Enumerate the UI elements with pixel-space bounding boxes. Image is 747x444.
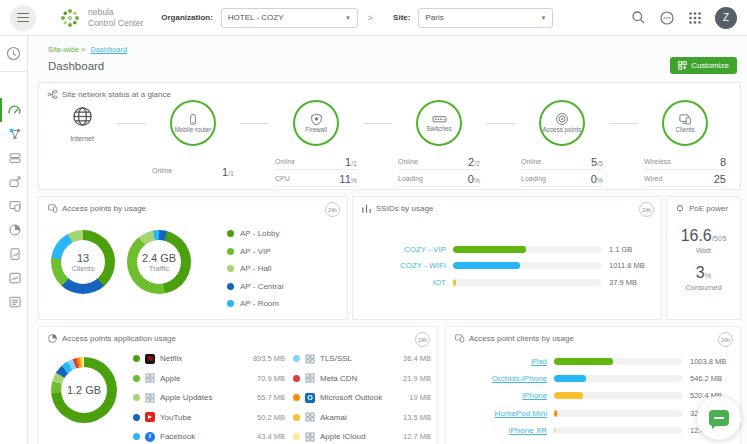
time-range-badge[interactable]: 24h xyxy=(718,332,733,347)
hamburger-menu-button[interactable] xyxy=(10,5,36,31)
internet-label: Internet xyxy=(70,135,94,142)
firewall-node[interactable]: Firewall xyxy=(293,100,339,146)
legend-dot xyxy=(227,265,234,272)
apps-grid-icon[interactable] xyxy=(688,11,702,25)
legend-dot xyxy=(293,375,300,382)
app-usage-legend-col-2: TLS/SSL 36.4 MB Meta CDN 21.9 MB O Micro… xyxy=(293,349,431,444)
page-title: Dashboard xyxy=(48,60,104,72)
bar-track xyxy=(453,246,601,253)
connector-line xyxy=(486,123,515,124)
breadcrumb-current-link[interactable]: Dashboard xyxy=(90,45,127,54)
ap-clients-by-usage-panel: Access point clients by usage 24h iPad 1… xyxy=(445,326,741,444)
client-link[interactable]: iPhone xyxy=(454,391,554,400)
app-row: O Microsoft Outlook 19 MB xyxy=(293,388,431,408)
customize-grid-icon xyxy=(678,61,687,70)
ssid-link[interactable]: COZY - VIP xyxy=(361,245,453,254)
ap-usage-title: Access points by usage xyxy=(47,203,146,214)
poe-power-panel: PoE power 16.6/505 Watt 3% Consumed xyxy=(666,196,741,320)
sidebar-item-usage[interactable] xyxy=(0,218,27,242)
main-content: Site-wide > Dashboard Dashboard Customiz… xyxy=(28,36,747,444)
poe-body: 16.6/505 Watt 3% Consumed xyxy=(667,227,740,292)
bar-fill xyxy=(554,427,555,434)
devices-icon xyxy=(8,151,22,165)
ssid-link[interactable]: COZY - WIFI xyxy=(361,261,453,270)
sidebar-item-devices[interactable] xyxy=(0,146,27,170)
bar-track xyxy=(554,410,682,417)
time-range-badge[interactable]: 24h xyxy=(325,202,340,217)
client-link[interactable]: Orchids-iPhone xyxy=(454,374,554,383)
app-row: f Facebook 43.4 MB xyxy=(133,427,285,444)
switches-node[interactable]: Switches xyxy=(416,100,462,146)
help-feedback-icon[interactable] xyxy=(659,10,675,26)
chat-bubble-icon xyxy=(709,410,729,426)
router-stats: Online 1/1 xyxy=(150,153,236,187)
bar-track xyxy=(554,375,682,382)
poe-unit-label: Watt xyxy=(667,246,740,255)
client-link[interactable]: iPad xyxy=(454,357,554,366)
pie-chart-icon xyxy=(47,333,58,344)
generic-app-icon xyxy=(145,373,155,383)
clients-node[interactable]: Clients xyxy=(662,100,708,146)
pie-chart-icon xyxy=(8,223,22,237)
sidebar-item-logs[interactable] xyxy=(0,290,27,314)
poe-title: PoE power xyxy=(675,203,728,213)
customize-button[interactable]: Customize xyxy=(670,57,737,74)
ap-clients-donut-chart: 13Clients xyxy=(51,230,115,294)
search-icon[interactable] xyxy=(631,10,646,25)
clients-stats: Wireless 8 Wired 25 xyxy=(642,153,728,187)
time-range-badge[interactable]: 24h xyxy=(415,332,430,347)
chevron-down-icon: ▼ xyxy=(337,15,351,21)
sidebar-item-analytics[interactable] xyxy=(0,266,27,290)
user-avatar[interactable]: Z xyxy=(715,7,737,29)
poe-consumed-label: Consumed xyxy=(667,283,740,292)
site-dropdown[interactable]: Paris▼ xyxy=(418,8,553,28)
generic-app-icon xyxy=(305,432,315,442)
list-icon xyxy=(8,295,22,309)
legend-dot xyxy=(133,355,140,362)
outlook-icon: O xyxy=(305,393,315,403)
mobile-router-node[interactable]: Mobile router xyxy=(170,100,216,146)
app-row: YouTube 50.2 MB xyxy=(133,408,285,428)
legend-dot xyxy=(227,248,234,255)
ssid-link[interactable]: IOT xyxy=(361,278,453,287)
network-stats-row: Online 1/1 Online 1/1 CPU 11% Online 2/2… xyxy=(51,153,728,187)
legend-dot xyxy=(133,375,140,382)
sidebar-item-monitor[interactable] xyxy=(0,194,27,218)
topology-icon xyxy=(8,127,22,141)
client-bars: iPad 1003.8 MB Orchids-iPhone 546.2 MB i… xyxy=(454,353,732,439)
pin-sidebar-icon[interactable] xyxy=(6,46,21,61)
client-link[interactable]: iPhone XR xyxy=(454,426,554,435)
bar-track xyxy=(554,358,682,365)
ssid-bars: COZY - VIP 1.1 GB COZY - WIFI 1011.8 MB … xyxy=(361,241,653,291)
app-row: TLS/SSL 36.4 MB xyxy=(293,349,431,369)
legend-dot xyxy=(227,283,234,290)
facebook-icon: f xyxy=(145,432,155,442)
sidebar-item-reports[interactable] xyxy=(0,242,27,266)
poe-watt-budget: /505 xyxy=(712,234,727,243)
generic-app-icon xyxy=(305,354,315,364)
chevron-down-icon: ▼ xyxy=(533,15,547,21)
support-chat-button[interactable] xyxy=(697,396,741,440)
sidebar-item-dashboard[interactable] xyxy=(0,98,27,122)
legend-item: AP - VIP xyxy=(227,243,283,261)
top-bar: nebula Control Center Organization: HOTE… xyxy=(0,0,747,36)
sidebar-item-topology[interactable] xyxy=(0,122,27,146)
ssids-by-usage-panel: SSIDs by usage 24h COZY - VIP 1.1 GB COZ… xyxy=(352,196,662,320)
access-points-node[interactable]: Access points xyxy=(539,100,585,146)
organization-dropdown[interactable]: HOTEL - COZY▼ xyxy=(221,8,358,28)
mobile-router-icon xyxy=(187,113,199,126)
legend-dot xyxy=(133,394,140,401)
internet-node: Internet xyxy=(51,105,113,142)
sidebar-item-clients-export[interactable] xyxy=(0,170,27,194)
poe-plug-icon xyxy=(675,203,685,213)
bar-fill xyxy=(453,246,526,253)
time-range-badge[interactable]: 24h xyxy=(639,202,654,217)
nebula-logo-icon xyxy=(58,6,82,30)
poe-watt-value: 16.6 xyxy=(681,227,712,244)
client-link[interactable]: HomePod Mini xyxy=(454,409,554,418)
legend-item: AP - Lobby xyxy=(227,225,283,243)
legend-dot xyxy=(293,414,300,421)
bar-track xyxy=(453,279,601,286)
switch-icon xyxy=(432,113,447,125)
ap-usage-legend: AP - Lobby AP - VIP AP - Hall AP - Centr… xyxy=(227,225,283,313)
